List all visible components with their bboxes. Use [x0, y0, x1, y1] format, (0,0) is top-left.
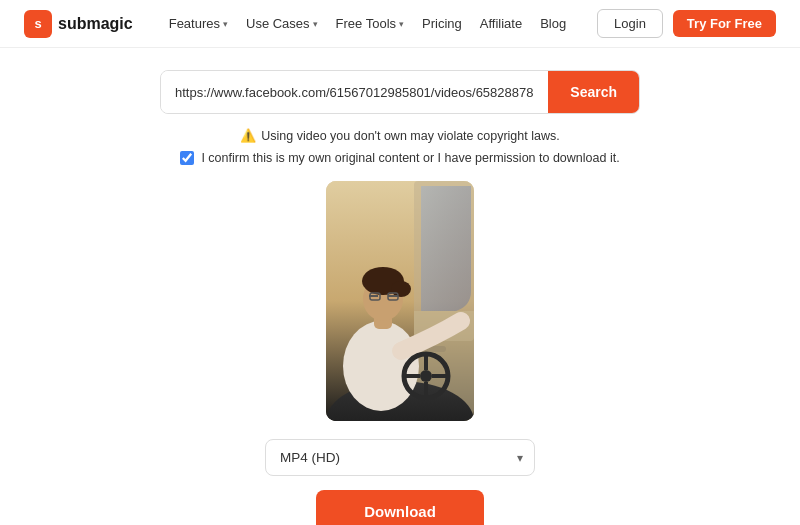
nav-items: Features ▾ Use Cases ▾ Free Tools ▾ Pric… [169, 16, 577, 31]
warning-icon: ⚠️ [240, 128, 256, 143]
nav-item-blog[interactable]: Blog [540, 16, 566, 31]
svg-point-9 [391, 281, 411, 297]
download-button[interactable]: Download [316, 490, 484, 525]
logo-text: submagic [58, 15, 133, 33]
logo-icon: s [24, 10, 52, 38]
nav-item-features[interactable]: Features ▾ [169, 16, 228, 31]
svg-point-13 [420, 370, 432, 382]
video-preview [326, 181, 474, 421]
confirm-checkbox-row: I confirm this is my own original conten… [180, 151, 619, 165]
copyright-warning: ⚠️ Using video you don't own may violate… [240, 128, 559, 143]
try-for-free-button[interactable]: Try For Free [673, 10, 776, 37]
confirm-checkbox[interactable] [180, 151, 194, 165]
video-thumbnail [326, 181, 474, 421]
main-content: Search ⚠️ Using video you don't own may … [0, 48, 800, 525]
nav-item-pricing[interactable]: Pricing [422, 16, 462, 31]
nav-item-freetools[interactable]: Free Tools ▾ [336, 16, 404, 31]
navbar: s submagic Features ▾ Use Cases ▾ Free T… [0, 0, 800, 48]
search-input[interactable] [161, 71, 548, 113]
video-scene-svg [326, 181, 474, 421]
warning-text: Using video you don't own may violate co… [261, 129, 559, 143]
confirm-label: I confirm this is my own original conten… [201, 151, 619, 165]
nav-item-affiliate[interactable]: Affiliate [480, 16, 522, 31]
login-button[interactable]: Login [597, 9, 663, 38]
logo[interactable]: s submagic [24, 10, 133, 38]
search-bar: Search [160, 70, 640, 114]
nav-item-usecases[interactable]: Use Cases ▾ [246, 16, 318, 31]
format-dropdown-container: MP4 (HD) MP4 (SD) MP3 (Audio) GIF ▾ [265, 439, 535, 476]
search-button[interactable]: Search [548, 71, 639, 113]
chevron-down-icon: ▾ [313, 19, 318, 29]
nav-actions: Login Try For Free [597, 9, 776, 38]
chevron-down-icon: ▾ [399, 19, 404, 29]
format-dropdown[interactable]: MP4 (HD) MP4 (SD) MP3 (Audio) GIF [265, 439, 535, 476]
chevron-down-icon: ▾ [223, 19, 228, 29]
